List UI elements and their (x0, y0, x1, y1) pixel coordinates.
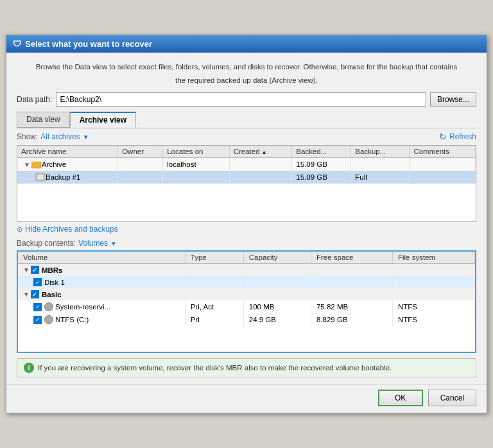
archive-locates-on: localhost (163, 158, 229, 171)
backup-created (229, 171, 292, 184)
vol-col-volume[interactable]: Volume (18, 252, 185, 264)
ntfs-type: Pri (185, 313, 243, 326)
backup-contents-label: Backup contents: (17, 239, 76, 248)
archive-created (229, 158, 292, 171)
archive-owner (118, 158, 163, 171)
main-dialog: 🛡 Select what you want to recover Browse… (6, 35, 487, 414)
archive-comments (410, 158, 476, 171)
data-path-label: Data path: (17, 95, 52, 104)
ntfs-free-space: 8.829 GB (311, 313, 392, 326)
basic-checkbox[interactable]: ✓ (31, 290, 39, 298)
col-locates-on[interactable]: Locates on (163, 146, 229, 158)
table-row[interactable]: ✓ NTFS (C:) Pri 24.9 GB 8.829 GB NTFS (18, 313, 475, 326)
col-archive-name[interactable]: Archive name (17, 146, 118, 158)
ok-button[interactable]: OK (378, 390, 423, 406)
sysres-checkbox[interactable]: ✓ (33, 303, 42, 311)
mbrs-checkbox[interactable]: ✓ (31, 266, 39, 274)
show-row: Show: All archives ▼ ↻ Refresh (17, 128, 476, 145)
description-line2: the required backed up data (Archive vie… (17, 75, 476, 86)
backup-name: Backup #1 (46, 173, 80, 181)
ntfs-name-cell: ✓ NTFS (C:) (18, 313, 185, 326)
backup-locates-on (163, 171, 229, 184)
table-row[interactable]: ▼ Archive localhost (17, 158, 476, 171)
browse-button[interactable]: Browse... (430, 92, 476, 107)
info-icon: i (24, 363, 34, 373)
hide-archives-label: Hide Archives and backups (25, 225, 118, 234)
col-owner[interactable]: Owner (118, 146, 163, 158)
table-row[interactable]: Backup #1 15.09 GB Full (17, 171, 476, 184)
sysres-name-cell: ✓ System-reservi... (18, 300, 185, 313)
backup-contents-row: Backup contents: Volumes ▼ (17, 236, 476, 250)
sysres-filesystem: NTFS (392, 300, 474, 313)
vol-col-type[interactable]: Type (185, 252, 243, 264)
disk1-label: Disk 1 (44, 279, 65, 286)
disk1-checkbox[interactable]: ✓ (33, 278, 42, 286)
mbrs-group-cell: ▼ ✓ MBRs (18, 264, 475, 277)
disk1-name-cell: ✓ Disk 1 (18, 276, 185, 288)
archive-table-header: Archive name Owner Locates on Created Ba… (17, 146, 476, 158)
backup-backup-type: Full (351, 171, 410, 184)
show-dropdown-arrow[interactable]: ▼ (83, 134, 89, 141)
archive-name-cell: ▼ Archive (17, 158, 118, 171)
refresh-label: Refresh (449, 132, 476, 141)
sysres-disk-icon (44, 302, 53, 311)
ntfs-filesystem: NTFS (392, 313, 474, 326)
col-backup-type[interactable]: Backup... (351, 146, 410, 158)
folder-icon (31, 160, 42, 169)
expand-icon[interactable]: ▼ (24, 161, 30, 168)
table-row[interactable]: ✓ Disk 1 (18, 276, 475, 288)
archive-name: Archive (42, 160, 66, 168)
volumes-table-container: Volume Type Capacity Free space File sys… (17, 250, 476, 353)
sysres-label: System-reservi... (55, 303, 110, 311)
col-created[interactable]: Created (229, 146, 292, 158)
info-bar: i If you are recovering a system volume,… (17, 358, 476, 377)
tab-archive-view[interactable]: Archive view (70, 112, 136, 128)
disk1-filesystem (392, 276, 474, 288)
table-row[interactable]: ✓ System-reservi... Pri, Act 100 MB 75.8… (18, 300, 475, 313)
basic-label: Basic (42, 291, 62, 298)
dialog-title-icon: 🛡 (13, 39, 21, 49)
basic-group-cell: ▼ ✓ Basic (18, 288, 475, 300)
cancel-button[interactable]: Cancel (428, 390, 476, 406)
chevron-up-icon: ⊙ (17, 225, 22, 234)
description-line1: Browse the Data view to select exact fil… (17, 62, 476, 73)
vol-col-filesystem[interactable]: File system (392, 252, 474, 264)
backup-name-cell: Backup #1 (17, 171, 118, 184)
sysres-type: Pri, Act (185, 300, 243, 313)
ntfs-checkbox[interactable]: ✓ (33, 316, 42, 324)
volumes-table: Volume Type Capacity Free space File sys… (18, 252, 475, 326)
backup-contents-dropdown-arrow[interactable]: ▼ (110, 240, 117, 247)
volumes-table-header: Volume Type Capacity Free space File sys… (18, 252, 475, 264)
expand-icon[interactable]: ▼ (23, 266, 30, 273)
archive-backup-type (351, 158, 410, 171)
dialog-footer: OK Cancel (6, 384, 487, 413)
show-label: Show: (17, 132, 38, 141)
sysres-capacity: 100 MB (243, 300, 311, 313)
svg-rect-4 (37, 175, 44, 180)
table-row[interactable]: ▼ ✓ Basic (18, 288, 475, 300)
show-value[interactable]: All archives (40, 132, 80, 141)
expand-icon[interactable]: ▼ (23, 291, 30, 298)
mbrs-label: MBRs (42, 266, 63, 274)
vol-col-capacity[interactable]: Capacity (243, 252, 311, 264)
table-row[interactable]: ▼ ✓ MBRs (18, 264, 475, 277)
archive-backed-up: 15.09 GB (292, 158, 351, 171)
disk1-free-space (311, 276, 392, 288)
data-path-input[interactable] (56, 92, 426, 107)
archive-table-container: Archive name Owner Locates on Created Ba… (17, 145, 476, 222)
dialog-title-bar: 🛡 Select what you want to recover (6, 35, 487, 53)
ntfs-disk-icon (44, 315, 53, 324)
backup-contents-value[interactable]: Volumes (78, 239, 108, 248)
info-text: If you are recovering a system volume, r… (38, 364, 392, 372)
col-backed-up[interactable]: Backed... (292, 146, 351, 158)
dialog-title: Select what you want to recover (25, 39, 152, 49)
tab-data-view[interactable]: Data view (17, 112, 70, 128)
disk1-type (185, 276, 243, 288)
col-comments[interactable]: Comments (410, 146, 476, 158)
vol-col-free-space[interactable]: Free space (311, 252, 392, 264)
svg-rect-2 (31, 161, 35, 163)
refresh-icon: ↻ (439, 132, 447, 142)
ntfs-label: NTFS (C:) (55, 316, 89, 323)
hide-archives-button[interactable]: ⊙ Hide Archives and backups (17, 222, 118, 236)
refresh-button[interactable]: ↻ Refresh (439, 132, 476, 142)
